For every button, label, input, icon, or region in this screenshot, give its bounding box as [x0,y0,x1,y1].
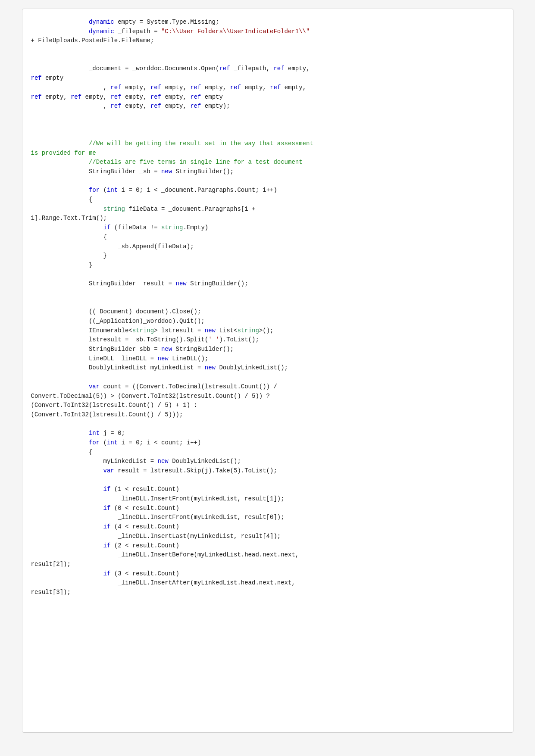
code-block: dynamic empty = System.Type.Missing; dyn… [22,9,513,733]
code-content: dynamic empty = System.Type.Missing; dyn… [31,18,509,597]
